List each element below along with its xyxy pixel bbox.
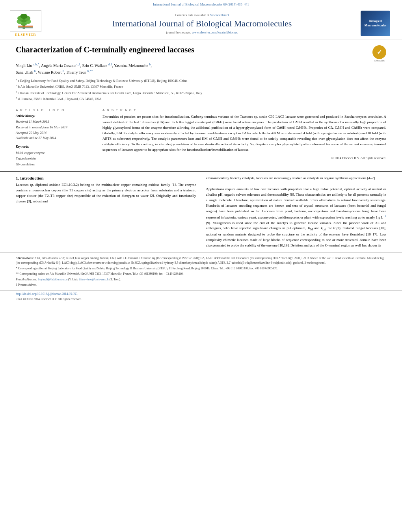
email-author-2: (T. Tron). (110, 278, 121, 281)
contents-available-line: Contents lists available at ScienceDirec… (47, 13, 357, 17)
article-info-abstract-row: A R T I C L E I N F O Article history: R… (16, 108, 386, 167)
body-two-col: 1. Introduction Laccases (p, diphenol ox… (16, 176, 386, 248)
elsevier-brand-text: ELSEVIER (15, 33, 36, 37)
crossmark-label: CrossMark (372, 59, 386, 62)
svg-rect-8 (18, 26, 33, 26)
journal-header: ELSEVIER Contents lists available at Sci… (0, 7, 402, 39)
elsevier-logo: ELSEVIER (8, 10, 43, 37)
article-title-row: Characterization of C-terminally enginee… (16, 45, 386, 59)
page-wrapper: International Journal of Biological Macr… (0, 0, 402, 532)
body-col-left: 1. Introduction Laccases (p, diphenol ox… (16, 176, 196, 248)
article-history-section: Article history: Received 11 March 2014 … (16, 114, 95, 141)
affiliation-b: b b Aix Marseille Université, CNRS, iSm2… (16, 83, 386, 89)
svg-point-7 (20, 14, 28, 19)
journal-reference: International Journal of Biological Macr… (153, 2, 249, 6)
address-note: 1 Present address. (16, 283, 386, 287)
journal-reference-bar: International Journal of Biological Macr… (0, 0, 402, 7)
email-label: E-mail addresses: (16, 278, 37, 281)
keyword-2: Tagged protein (16, 156, 95, 161)
keywords-section: Keywords: Multi-copper enzyme Tagged pro… (16, 145, 95, 167)
intro-col2-text: environmentally friendly catalysts, lacc… (206, 176, 387, 248)
email-2-link[interactable]: thierry.tron@univ-amu.fr (79, 278, 109, 281)
crossmark-icon: ✓ (372, 45, 386, 59)
keyword-3: Glycosylation (16, 161, 95, 167)
abbreviations-footnote: Abbreviations: NTA, nitrilotriacetic aci… (16, 256, 386, 265)
copyright-line: © 2014 Elsevier B.V. All rights reserved… (102, 156, 386, 160)
and-word: and (43, 199, 48, 203)
abstract-col: A B S T R A C T Extremities of proteins … (102, 108, 386, 167)
divider-1 (16, 105, 386, 105)
keywords-label: Keywords: (16, 145, 95, 148)
affiliation-a: a a Beijing Laboratory for Food Quality … (16, 78, 386, 83)
article-content: Characterization of C-terminally enginee… (0, 39, 402, 171)
email-1-link[interactable]: liuyingli@th.btbu.edu.cn (38, 278, 67, 281)
svg-rect-10 (18, 27, 33, 28)
affiliation-b-text: b Aix Marseille Université, CNRS, iSm2 U… (18, 85, 123, 89)
email-author-1: (Y. Liu), (68, 278, 78, 281)
intro-col1-text: Laccases (p, diphenol oxidase EC1.10.3.2… (16, 182, 196, 204)
article-title: Characterization of C-terminally enginee… (16, 45, 367, 54)
contents-text: Contents lists available at (175, 13, 209, 17)
keyword-1: Multi-copper enzyme (16, 150, 95, 156)
received-revised-date: Received in revised form 16 May 2014 (16, 125, 95, 130)
elsevier-tree-icon (14, 14, 37, 29)
affiliation-a-text: a Beijing Laboratory for Food Quality an… (18, 78, 187, 82)
abstract-text: Extremities of proteins are potent sites… (102, 114, 386, 153)
abbrev-text: NTA, nitrilotriacetic acid; BCBD, blue c… (16, 256, 384, 265)
corresponding-author-1: * Corresponding author at: Beijing Labor… (16, 266, 386, 271)
journal-logo-right: BiologicalMacromolecules (361, 11, 390, 36)
sciencedirect-link[interactable]: ScienceDirect (210, 13, 229, 17)
authors-text-2: Sana Ullah b, Viviane Robert b, Thierry … (16, 70, 93, 74)
accepted-date: Accepted 20 May 2014 (16, 130, 95, 136)
crossmark-badge: ✓ CrossMark (372, 45, 386, 59)
received-date: Received 11 March 2014 (16, 119, 95, 125)
available-date: Available online 27 May 2014 (16, 135, 95, 141)
email-footnote: E-mail addresses: liuyingli@th.btbu.edu.… (16, 277, 386, 282)
affiliation-c-text: c Italian Institute of Technology, Cente… (18, 91, 202, 95)
footnotes-area: Abbreviations: NTA, nitrilotriacetic aci… (0, 252, 402, 290)
body-section: 1. Introduction Laccases (p, diphenol ox… (0, 171, 402, 252)
elsevier-logo-image (10, 10, 41, 32)
doi-link[interactable]: http://dx.doi.org/10.1016/j.ijbiomac.201… (16, 292, 386, 296)
journal-title: International Journal of Biological Macr… (47, 19, 357, 29)
issn-line: 0141-8130/© 2014 Elsevier B.V. All right… (16, 297, 82, 301)
svg-rect-9 (18, 26, 33, 27)
intro-heading: 1. Introduction (16, 176, 196, 180)
affiliation-d-text: d Illumina, 25861 Industrial Blvd., Hayw… (18, 97, 102, 101)
abbrev-label: Abbreviations: (16, 256, 34, 260)
affiliation-d: d d Illumina, 25861 Industrial Blvd., Ha… (16, 96, 386, 102)
journal-logo-text: BiologicalMacromolecules (365, 19, 387, 28)
affiliation-c: c c Italian Institute of Technology, Cen… (16, 90, 386, 96)
corresponding-author-2: ** Corresponding author at: Aix Marseill… (16, 272, 386, 276)
journal-center-header: Contents lists available at ScienceDirec… (43, 13, 361, 34)
homepage-text: journal homepage: (166, 30, 191, 34)
affiliations: a a Beijing Laboratory for Food Quality … (16, 78, 386, 102)
article-history-label: Article history: (16, 114, 95, 118)
body-col-right: environmentally friendly catalysts, lacc… (206, 176, 387, 248)
homepage-url[interactable]: www.elsevier.com/locate/ijbiomac (192, 30, 238, 34)
article-info-label: A R T I C L E I N F O (16, 108, 95, 112)
abstract-label: A B S T R A C T (102, 108, 386, 112)
bottom-bar: http://dx.doi.org/10.1016/j.ijbiomac.201… (0, 290, 402, 302)
homepage-line: journal homepage: www.elsevier.com/locat… (47, 30, 357, 34)
authors-text: Yingli Liu a,b,*, Angela Maria Cusano c,… (16, 63, 152, 68)
authors-line: Yingli Liu a,b,*, Angela Maria Cusano c,… (16, 62, 386, 75)
article-info-col: A R T I C L E I N F O Article history: R… (16, 108, 95, 167)
